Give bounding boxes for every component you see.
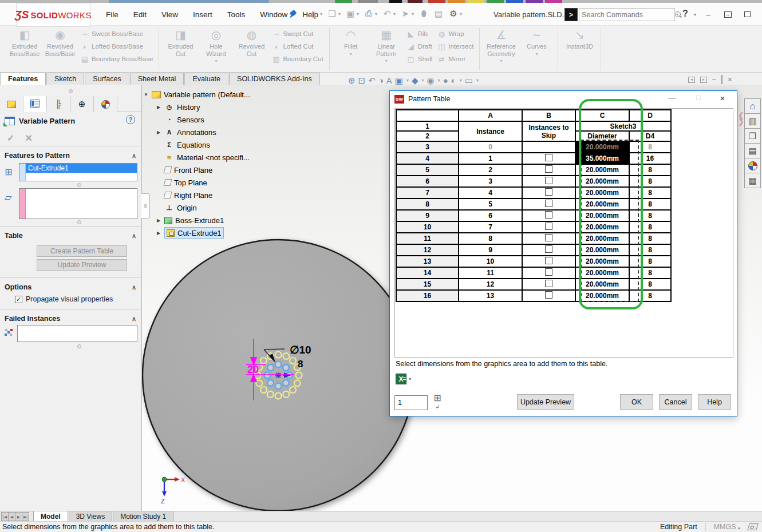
d4-cell[interactable]: 16	[629, 153, 671, 164]
d4-cell[interactable]: 8	[629, 279, 671, 290]
taskpane-file-explorer-button[interactable]: ❒	[744, 128, 761, 144]
instance-cell[interactable]: 1	[459, 153, 522, 164]
selected-feature-item[interactable]: Cut-Extrude1	[26, 164, 137, 173]
edit-appearance-icon[interactable]: ●	[443, 76, 448, 85]
diameter-cell[interactable]: 20.000mm	[575, 221, 629, 233]
view-settings-icon[interactable]: ▭	[465, 76, 473, 86]
collapse-chevron-icon[interactable]: ∧	[132, 284, 136, 291]
pm-cancel-button[interactable]: ✕	[25, 133, 32, 144]
ribbon-hole-wizard[interactable]: ◎Hole Wizard▾	[199, 28, 232, 63]
pin-menu-icon[interactable]	[289, 10, 299, 20]
propagate-visual-properties-checkbox[interactable]: ✓	[15, 296, 22, 303]
section-features-to-pattern[interactable]: Features to Pattern ∧	[0, 149, 142, 162]
column-header-B[interactable]: B	[522, 110, 575, 121]
qat-print[interactable]: ⎙▾	[362, 7, 379, 20]
qat-save[interactable]: ▣▾	[344, 7, 361, 20]
ribbon-swept-boss-base[interactable]: ∼Swept Boss/Base	[80, 29, 153, 38]
dropdown-caret-icon[interactable]: ▾	[406, 78, 409, 83]
instance-cell[interactable]: 12	[459, 279, 522, 290]
tab-evaluate[interactable]: Evaluate	[184, 73, 228, 85]
menu-edit[interactable]: Edit	[128, 8, 152, 22]
skip-cell[interactable]	[522, 176, 575, 187]
skip-checkbox[interactable]	[545, 268, 552, 276]
d4-cell[interactable]: 8	[629, 187, 671, 198]
ribbon-lofted-cut[interactable]: ◖Lofted Cut	[271, 42, 323, 51]
diameter-header[interactable]: Diameter	[575, 131, 629, 141]
qat-display-pane[interactable]: ▤	[432, 7, 445, 20]
d4-cell[interactable]: 8	[629, 221, 671, 233]
tab-solidworks-add-ins[interactable]: SOLIDWORKS Add-Ins	[229, 73, 320, 85]
model-tab-model[interactable]: Model	[33, 511, 68, 522]
ribbon-draft[interactable]: ◢Draft	[406, 42, 433, 51]
help-button[interactable]: ?	[682, 9, 688, 19]
instance-cell[interactable]: 6	[459, 210, 522, 221]
dropdown-caret-icon[interactable]: ▾	[357, 11, 359, 17]
skip-checkbox[interactable]	[545, 234, 552, 241]
row-header-15[interactable]: 15	[396, 279, 459, 290]
d4-cell[interactable]: 8	[629, 164, 671, 176]
instance-cell[interactable]: 13	[459, 290, 522, 301]
tab-propertymanager[interactable]	[23, 96, 47, 112]
apply-scene-icon[interactable]: ◐	[451, 76, 456, 85]
sketch-header[interactable]: Sketch3	[575, 121, 671, 131]
d4-cell[interactable]: 8	[629, 244, 671, 256]
ribbon-boundary-boss-base[interactable]: ▤Boundary Boss/Base	[80, 54, 153, 63]
d4-cell[interactable]: 8	[629, 141, 671, 153]
tab-features[interactable]: Features	[0, 73, 46, 85]
collapse-chevron-icon[interactable]: ∧	[132, 152, 136, 160]
panel-splitter-handle[interactable]	[69, 89, 73, 93]
tree-item-top-plane[interactable]: Top Plane	[143, 176, 275, 189]
d4-header[interactable]: D4	[629, 131, 671, 141]
d4-cell[interactable]: 8	[629, 176, 671, 187]
pane-left-icon[interactable]: ◂	[688, 77, 695, 83]
skip-checkbox[interactable]	[545, 188, 552, 196]
toggle-panes-button[interactable]: ↔	[721, 9, 734, 20]
ribbon-revolved-cut[interactable]: ◍Revolved Cut	[235, 28, 268, 57]
tab-configurationmanager[interactable]: ╠	[47, 96, 70, 112]
search-input[interactable]	[582, 11, 674, 19]
row-header-8[interactable]: 8	[396, 198, 459, 210]
tab-dimxpertmanager[interactable]: ⊕	[70, 96, 94, 112]
skip-checkbox[interactable]	[545, 223, 552, 230]
row-header-3[interactable]: 3	[396, 141, 459, 153]
expand-arrow-icon[interactable]: ▶	[156, 105, 161, 110]
dropdown-caret-icon[interactable]: ▾	[375, 11, 377, 17]
instance-cell[interactable]: 5	[459, 198, 522, 210]
doc-restore-button[interactable]	[721, 76, 722, 84]
dropdown-caret-icon[interactable]: ▾	[320, 11, 322, 17]
section-table[interactable]: Table ∧	[0, 229, 142, 242]
dialog-help-button[interactable]: Help	[698, 394, 731, 410]
dropdown-caret-icon[interactable]: ▾	[438, 78, 440, 83]
row-header-2[interactable]: 2	[396, 131, 459, 141]
ribbon-revolved-boss-base[interactable]: ◉Revolved Boss/Base	[44, 28, 77, 57]
collapse-arrow-icon[interactable]: ▼	[143, 92, 149, 97]
skip-cell[interactable]	[522, 290, 575, 301]
tree-item-front-plane[interactable]: Front Plane	[143, 164, 275, 176]
doc-close-button[interactable]: ×	[728, 75, 732, 84]
d4-cell[interactable]: 8	[629, 198, 671, 210]
instance-cell[interactable]: 11	[459, 267, 522, 279]
help-caret-icon[interactable]: ▾	[694, 12, 696, 17]
diameter-cell[interactable]: 20.000mm	[575, 244, 629, 256]
tree-item-history[interactable]: ▶◷History	[143, 101, 275, 113]
tab-sheet-metal[interactable]: Sheet Metal	[130, 73, 184, 85]
ribbon-boundary-cut[interactable]: ▥Boundary Cut	[271, 54, 323, 63]
instance-cell[interactable]: 0	[459, 141, 522, 153]
instance-cell[interactable]: 7	[459, 221, 522, 233]
diameter-cell[interactable]: 20.000mm	[575, 290, 629, 301]
resize-dot-handle[interactable]	[77, 344, 81, 348]
instance-cell[interactable]: 10	[459, 256, 522, 267]
dialog-update-preview-button[interactable]: Update Preview	[517, 394, 574, 410]
tree-item-origin[interactable]: ⊥Origin	[143, 201, 275, 214]
dropdown-caret-icon[interactable]: ▾	[385, 58, 388, 63]
ribbon-mirror[interactable]: ⇌Mirror	[437, 54, 473, 63]
dialog-ok-button[interactable]: OK	[620, 394, 653, 410]
dropdown-caret-icon[interactable]: ▾	[422, 78, 424, 83]
collapse-chevron-icon[interactable]: ∧	[132, 315, 136, 323]
dropdown-caret-icon[interactable]: ▾	[535, 51, 538, 57]
row-header-7[interactable]: 7	[396, 187, 459, 198]
menu-file[interactable]: File	[101, 8, 124, 22]
diameter-cell[interactable]: 20.000mm	[575, 279, 629, 290]
column-header-C[interactable]: C	[575, 110, 629, 121]
model-tab-3d-views[interactable]: 3D Views	[69, 511, 112, 522]
